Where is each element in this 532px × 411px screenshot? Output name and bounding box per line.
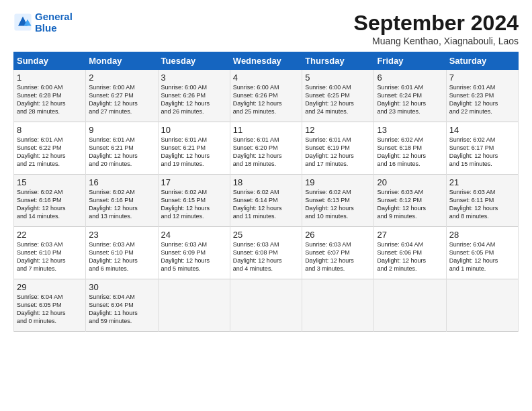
calendar-week-5: 29Sunrise: 6:04 AMSunset: 6:05 PMDayligh… [14, 279, 519, 332]
month-title: September 2024 [354, 11, 519, 36]
calendar-cell: 27Sunrise: 6:04 AMSunset: 6:06 PMDayligh… [374, 227, 446, 279]
day-number: 28 [449, 230, 515, 240]
calendar-week-3: 15Sunrise: 6:02 AMSunset: 6:16 PMDayligh… [14, 175, 519, 227]
cell-details: Sunrise: 6:02 AMSunset: 6:16 PMDaylight:… [89, 188, 154, 221]
cell-details: Sunrise: 6:04 AMSunset: 6:05 PMDaylight:… [17, 293, 83, 326]
cell-details: Sunrise: 6:03 AMSunset: 6:09 PMDaylight:… [161, 240, 227, 273]
day-number: 4 [233, 73, 299, 83]
calendar-cell: 13Sunrise: 6:02 AMSunset: 6:18 PMDayligh… [374, 122, 446, 175]
day-number: 27 [377, 230, 443, 240]
day-number: 22 [17, 230, 83, 240]
cell-details: Sunrise: 6:02 AMSunset: 6:17 PMDaylight:… [449, 136, 515, 169]
day-number: 5 [305, 73, 371, 83]
calendar-cell: 12Sunrise: 6:01 AMSunset: 6:19 PMDayligh… [302, 122, 374, 175]
calendar-cell: 20Sunrise: 6:03 AMSunset: 6:12 PMDayligh… [374, 175, 446, 227]
page-header: General Blue September 2024 Muang Kentha… [13, 11, 519, 46]
calendar-cell: 16Sunrise: 6:02 AMSunset: 6:16 PMDayligh… [86, 175, 158, 227]
calendar-cell [230, 279, 302, 332]
day-number: 10 [161, 125, 227, 135]
cell-details: Sunrise: 6:03 AMSunset: 6:10 PMDaylight:… [89, 240, 154, 273]
day-number: 15 [17, 177, 83, 187]
cell-details: Sunrise: 6:01 AMSunset: 6:24 PMDaylight:… [377, 83, 443, 116]
cell-details: Sunrise: 6:04 AMSunset: 6:06 PMDaylight:… [377, 240, 443, 273]
calendar-cell [374, 279, 446, 332]
cell-details: Sunrise: 6:00 AMSunset: 6:26 PMDaylight:… [233, 83, 299, 116]
calendar-cell: 2Sunrise: 6:00 AMSunset: 6:27 PMDaylight… [86, 70, 158, 122]
calendar-cell: 15Sunrise: 6:02 AMSunset: 6:16 PMDayligh… [14, 175, 86, 227]
calendar-cell: 7Sunrise: 6:01 AMSunset: 6:23 PMDaylight… [446, 70, 518, 122]
cell-details: Sunrise: 6:01 AMSunset: 6:21 PMDaylight:… [89, 136, 154, 169]
calendar-cell: 1Sunrise: 6:00 AMSunset: 6:28 PMDaylight… [14, 70, 86, 122]
day-number: 13 [377, 125, 443, 135]
calendar-header-row: SundayMondayTuesdayWednesdayThursdayFrid… [14, 52, 519, 70]
calendar-cell [302, 279, 374, 332]
calendar-cell: 4Sunrise: 6:00 AMSunset: 6:26 PMDaylight… [230, 70, 302, 122]
day-number: 17 [161, 177, 227, 187]
day-number: 2 [89, 73, 154, 83]
cell-details: Sunrise: 6:00 AMSunset: 6:28 PMDaylight:… [17, 83, 83, 116]
calendar-cell: 29Sunrise: 6:04 AMSunset: 6:05 PMDayligh… [14, 279, 86, 332]
day-number: 26 [305, 230, 371, 240]
day-number: 14 [449, 125, 515, 135]
calendar-cell: 18Sunrise: 6:02 AMSunset: 6:14 PMDayligh… [230, 175, 302, 227]
calendar-cell: 25Sunrise: 6:03 AMSunset: 6:08 PMDayligh… [230, 227, 302, 279]
calendar-cell: 8Sunrise: 6:01 AMSunset: 6:22 PMDaylight… [14, 122, 86, 175]
day-number: 16 [89, 177, 154, 187]
calendar-cell: 30Sunrise: 6:04 AMSunset: 6:04 PMDayligh… [86, 279, 158, 332]
cell-details: Sunrise: 6:01 AMSunset: 6:21 PMDaylight:… [161, 136, 227, 169]
cell-details: Sunrise: 6:02 AMSunset: 6:16 PMDaylight:… [17, 188, 83, 221]
day-number: 21 [449, 177, 515, 187]
cell-details: Sunrise: 6:02 AMSunset: 6:15 PMDaylight:… [161, 188, 227, 221]
day-number: 12 [305, 125, 371, 135]
cell-details: Sunrise: 6:01 AMSunset: 6:20 PMDaylight:… [233, 136, 299, 169]
cell-details: Sunrise: 6:04 AMSunset: 6:04 PMDaylight:… [89, 293, 154, 326]
cell-details: Sunrise: 6:02 AMSunset: 6:13 PMDaylight:… [305, 188, 371, 221]
day-number: 23 [89, 230, 154, 240]
calendar-cell [158, 279, 230, 332]
location: Muang Kenthao, Xiagnabouli, Laos [354, 36, 519, 46]
calendar-cell [446, 279, 518, 332]
calendar-cell: 26Sunrise: 6:03 AMSunset: 6:07 PMDayligh… [302, 227, 374, 279]
logo-text: General Blue [35, 11, 73, 34]
calendar-cell: 3Sunrise: 6:00 AMSunset: 6:26 PMDaylight… [158, 70, 230, 122]
calendar-cell: 11Sunrise: 6:01 AMSunset: 6:20 PMDayligh… [230, 122, 302, 175]
day-number: 19 [305, 177, 371, 187]
calendar-table: SundayMondayTuesdayWednesdayThursdayFrid… [13, 52, 519, 332]
cell-details: Sunrise: 6:01 AMSunset: 6:23 PMDaylight:… [449, 83, 515, 116]
cell-details: Sunrise: 6:03 AMSunset: 6:11 PMDaylight:… [449, 188, 515, 221]
title-block: September 2024 Muang Kenthao, Xiagnaboul… [354, 11, 519, 46]
day-number: 20 [377, 177, 443, 187]
column-header-tuesday: Tuesday [158, 52, 230, 70]
day-number: 24 [161, 230, 227, 240]
column-header-saturday: Saturday [446, 52, 518, 70]
cell-details: Sunrise: 6:01 AMSunset: 6:19 PMDaylight:… [305, 136, 371, 169]
column-header-monday: Monday [86, 52, 158, 70]
cell-details: Sunrise: 6:03 AMSunset: 6:10 PMDaylight:… [17, 240, 83, 273]
day-number: 3 [161, 73, 227, 83]
cell-details: Sunrise: 6:00 AMSunset: 6:25 PMDaylight:… [305, 83, 371, 116]
calendar-cell: 22Sunrise: 6:03 AMSunset: 6:10 PMDayligh… [14, 227, 86, 279]
day-number: 9 [89, 125, 154, 135]
day-number: 1 [17, 73, 83, 83]
calendar-week-4: 22Sunrise: 6:03 AMSunset: 6:10 PMDayligh… [14, 227, 519, 279]
calendar-cell: 5Sunrise: 6:00 AMSunset: 6:25 PMDaylight… [302, 70, 374, 122]
day-number: 11 [233, 125, 299, 135]
logo-icon [13, 13, 32, 32]
day-number: 6 [377, 73, 443, 83]
day-number: 8 [17, 125, 83, 135]
calendar-week-1: 1Sunrise: 6:00 AMSunset: 6:28 PMDaylight… [14, 70, 519, 122]
cell-details: Sunrise: 6:02 AMSunset: 6:18 PMDaylight:… [377, 136, 443, 169]
calendar-week-2: 8Sunrise: 6:01 AMSunset: 6:22 PMDaylight… [14, 122, 519, 175]
calendar-cell: 23Sunrise: 6:03 AMSunset: 6:10 PMDayligh… [86, 227, 158, 279]
calendar-cell: 28Sunrise: 6:04 AMSunset: 6:05 PMDayligh… [446, 227, 518, 279]
column-header-thursday: Thursday [302, 52, 374, 70]
cell-details: Sunrise: 6:03 AMSunset: 6:12 PMDaylight:… [377, 188, 443, 221]
calendar-cell: 21Sunrise: 6:03 AMSunset: 6:11 PMDayligh… [446, 175, 518, 227]
logo: General Blue [13, 11, 73, 34]
calendar-cell: 6Sunrise: 6:01 AMSunset: 6:24 PMDaylight… [374, 70, 446, 122]
cell-details: Sunrise: 6:02 AMSunset: 6:14 PMDaylight:… [233, 188, 299, 221]
calendar-cell: 14Sunrise: 6:02 AMSunset: 6:17 PMDayligh… [446, 122, 518, 175]
cell-details: Sunrise: 6:01 AMSunset: 6:22 PMDaylight:… [17, 136, 83, 169]
calendar-cell: 17Sunrise: 6:02 AMSunset: 6:15 PMDayligh… [158, 175, 230, 227]
cell-details: Sunrise: 6:03 AMSunset: 6:08 PMDaylight:… [233, 240, 299, 273]
